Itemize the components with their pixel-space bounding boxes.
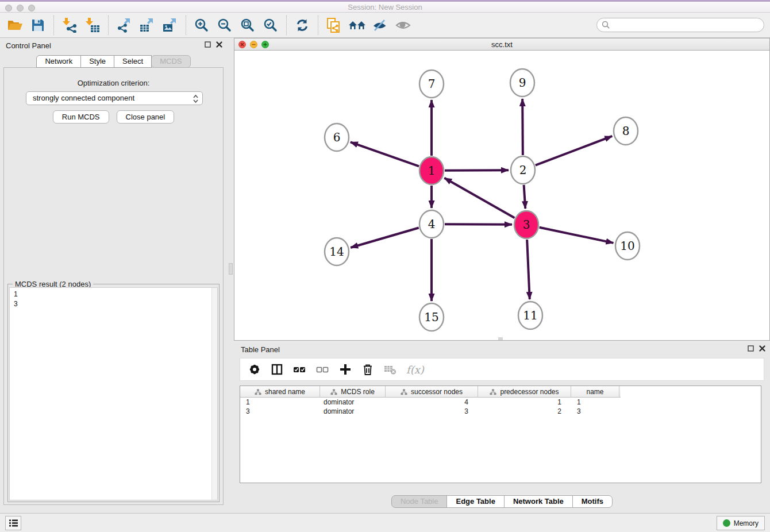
toolbar-separator bbox=[318, 16, 318, 35]
add-column-icon[interactable] bbox=[339, 363, 352, 376]
run-mcds-button[interactable]: Run MCDS bbox=[53, 110, 109, 124]
panel-divider-handle[interactable] bbox=[229, 263, 233, 275]
float-table-panel-icon[interactable] bbox=[748, 345, 754, 352]
main-toolbar bbox=[0, 13, 770, 38]
column-tree-icon bbox=[490, 389, 496, 395]
search-input[interactable] bbox=[596, 18, 764, 32]
graph-edge-3-11[interactable] bbox=[527, 240, 530, 299]
refresh-view-icon[interactable] bbox=[291, 14, 314, 36]
delete-column-icon[interactable] bbox=[361, 363, 374, 376]
tab-style[interactable]: Style bbox=[80, 55, 114, 68]
show-network-overview-icon[interactable] bbox=[345, 14, 368, 36]
graph-node-label: 4 bbox=[428, 217, 436, 231]
table-cell: 1 bbox=[240, 398, 320, 407]
graph-edge-1-6[interactable] bbox=[351, 142, 419, 166]
column-header-predecessor-nodes[interactable]: predecessor nodes bbox=[478, 386, 571, 398]
zoom-fit-icon[interactable] bbox=[236, 14, 259, 36]
close-table-panel-icon[interactable] bbox=[759, 345, 765, 352]
network-graph[interactable]: 7968124314101511 bbox=[234, 51, 769, 340]
float-panel-icon[interactable] bbox=[205, 41, 211, 48]
graph-node-label: 14 bbox=[329, 245, 344, 259]
tab-mcds[interactable]: MCDS bbox=[151, 55, 190, 68]
graph-node-label: 2 bbox=[519, 163, 527, 177]
clone-network-icon[interactable] bbox=[322, 14, 345, 36]
table-row[interactable]: 3dominator323 bbox=[240, 407, 761, 416]
node-table[interactable]: shared nameMCDS rolesuccessor nodesprede… bbox=[240, 385, 761, 483]
criterion-value: strongly connected component bbox=[33, 94, 134, 102]
graph-node-label: 11 bbox=[523, 309, 537, 322]
deselect-all-check-icon[interactable] bbox=[316, 364, 329, 375]
table-panel-header: Table Panel bbox=[234, 341, 770, 356]
save-session-icon[interactable] bbox=[26, 14, 49, 36]
table-cell: 3 bbox=[571, 407, 619, 416]
network-window-titlebar[interactable]: scc.txt bbox=[234, 38, 769, 51]
export-table-icon[interactable] bbox=[136, 14, 159, 36]
network-canvas[interactable]: 7968124314101511 bbox=[234, 51, 769, 340]
close-panel-button[interactable]: Close panel bbox=[117, 110, 175, 124]
mcds-result-textarea[interactable]: 1 3 bbox=[9, 287, 218, 500]
mcds-result-group: MCDS result (2 nodes) 1 3 bbox=[7, 284, 220, 502]
export-image-icon[interactable] bbox=[159, 14, 182, 36]
tab-network-table[interactable]: Network Table bbox=[504, 495, 573, 508]
table-header-row: shared nameMCDS rolesuccessor nodesprede… bbox=[240, 386, 621, 398]
split-pane-handle[interactable] bbox=[498, 337, 503, 340]
graph-edge-2-8[interactable] bbox=[536, 136, 613, 165]
split-columns-icon[interactable] bbox=[271, 363, 283, 376]
select-stepper-icon bbox=[192, 94, 199, 108]
column-header-shared-name[interactable]: shared name bbox=[240, 386, 320, 398]
graph-edge-1-2[interactable] bbox=[445, 170, 509, 171]
table-cell: dominator bbox=[320, 407, 386, 416]
close-panel-icon[interactable] bbox=[216, 41, 222, 48]
tab-motifs[interactable]: Motifs bbox=[572, 495, 613, 508]
zoom-out-icon[interactable] bbox=[213, 14, 236, 36]
column-header-name[interactable]: name bbox=[571, 386, 619, 398]
tab-node-table[interactable]: Node Table bbox=[391, 495, 448, 508]
mac-titlebar: Session: New Session bbox=[0, 0, 770, 13]
criterion-select[interactable]: strongly connected component bbox=[26, 91, 203, 105]
list-icon bbox=[9, 519, 18, 527]
graph-edge-2-9[interactable] bbox=[522, 99, 523, 155]
table-cell: 1 bbox=[571, 398, 619, 407]
import-network-icon[interactable] bbox=[58, 14, 81, 36]
column-tree-icon bbox=[330, 389, 337, 395]
tab-edge-table[interactable]: Edge Table bbox=[446, 495, 504, 508]
show-log-button[interactable] bbox=[5, 516, 21, 530]
result-line: 3 bbox=[14, 299, 213, 309]
graph-node-label: 7 bbox=[428, 77, 436, 91]
select-all-check-icon[interactable] bbox=[293, 364, 306, 375]
table-cell: 2 bbox=[478, 407, 571, 416]
toolbar-separator bbox=[186, 16, 186, 35]
result-scrollbar[interactable] bbox=[211, 288, 217, 500]
control-panel-tabs: Network Style Select MCDS bbox=[0, 55, 227, 68]
export-network-icon[interactable] bbox=[113, 14, 136, 36]
table-cell: 1 bbox=[478, 398, 571, 407]
graph-edge-3-1[interactable] bbox=[444, 178, 514, 218]
table-row[interactable]: 1dominator411 bbox=[240, 398, 761, 407]
memory-button[interactable]: Memory bbox=[717, 516, 765, 530]
zoom-selected-icon[interactable] bbox=[259, 14, 282, 36]
table-tabs: Node Table Edge Table Network Table Moti… bbox=[234, 495, 770, 508]
tab-select[interactable]: Select bbox=[114, 55, 152, 68]
toolbar-separator bbox=[53, 16, 54, 35]
column-header-successor-nodes[interactable]: successor nodes bbox=[386, 386, 478, 398]
tab-network[interactable]: Network bbox=[36, 55, 81, 68]
graph-edge-3-10[interactable] bbox=[540, 228, 614, 243]
graph-edge-2-3[interactable] bbox=[524, 185, 526, 209]
toolbar-separator bbox=[286, 16, 287, 35]
show-graphics-details-icon[interactable] bbox=[391, 14, 414, 36]
delete-table-icon[interactable] bbox=[384, 364, 396, 375]
graph-edge-4-3[interactable] bbox=[445, 224, 512, 225]
graph-node-label: 1 bbox=[428, 164, 436, 178]
graph-edge-4-14[interactable] bbox=[351, 228, 419, 247]
mcds-panel-body: Optimization criterion: strongly connect… bbox=[3, 67, 224, 505]
apply-function-icon[interactable]: f(x) bbox=[406, 364, 424, 376]
hide-graphics-details-icon[interactable] bbox=[368, 14, 391, 36]
graph-node-label: 8 bbox=[622, 124, 630, 138]
open-session-icon[interactable] bbox=[3, 14, 26, 36]
import-table-icon[interactable] bbox=[81, 14, 104, 36]
table-cell: 3 bbox=[240, 407, 320, 416]
table-settings-icon[interactable] bbox=[248, 363, 261, 376]
zoom-in-icon[interactable] bbox=[190, 14, 213, 36]
status-bar: Memory bbox=[0, 513, 770, 532]
column-header-MCDS-role[interactable]: MCDS role bbox=[320, 386, 386, 398]
